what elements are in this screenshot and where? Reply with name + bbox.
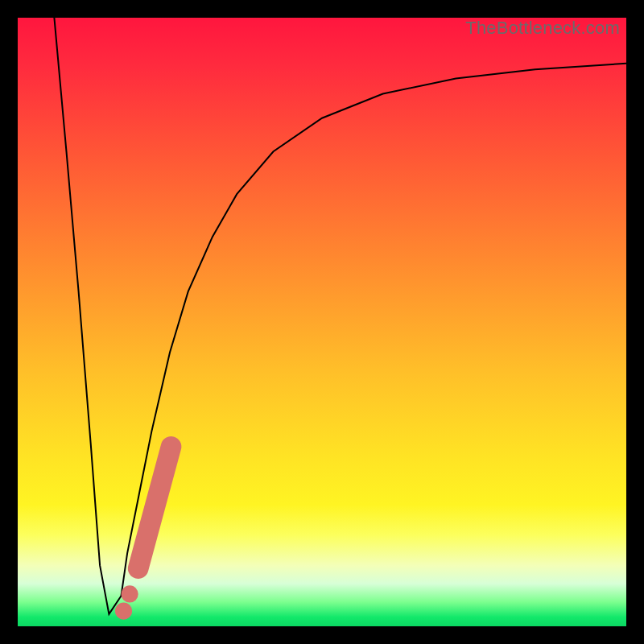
exclamation-dot-1 xyxy=(115,603,132,620)
exclamation-bar xyxy=(138,447,171,568)
plot-area: TheBottleneck.com xyxy=(18,18,626,626)
watermark-text: TheBottleneck.com xyxy=(465,18,620,39)
exclamation-dot-2 xyxy=(122,585,138,602)
curve-layer xyxy=(18,18,626,626)
chart-frame: TheBottleneck.com xyxy=(0,0,644,644)
